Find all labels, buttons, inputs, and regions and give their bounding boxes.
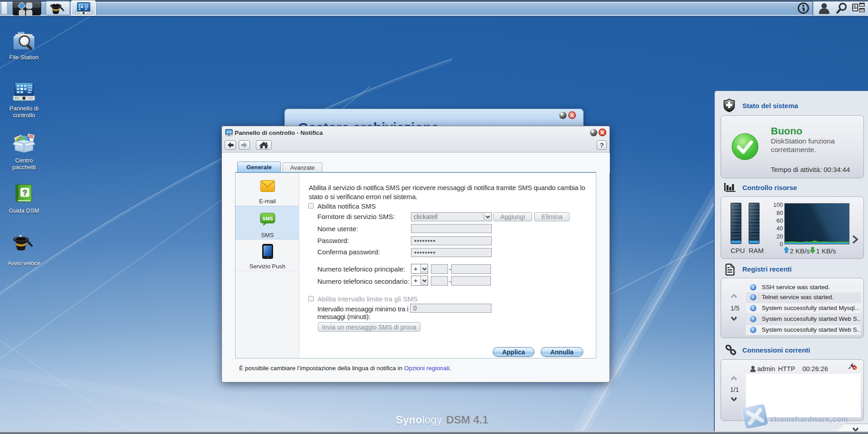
svg-text:?: ? <box>23 188 27 197</box>
svg-text:SMS: SMS <box>262 216 273 221</box>
svg-text:?: ? <box>599 141 604 149</box>
